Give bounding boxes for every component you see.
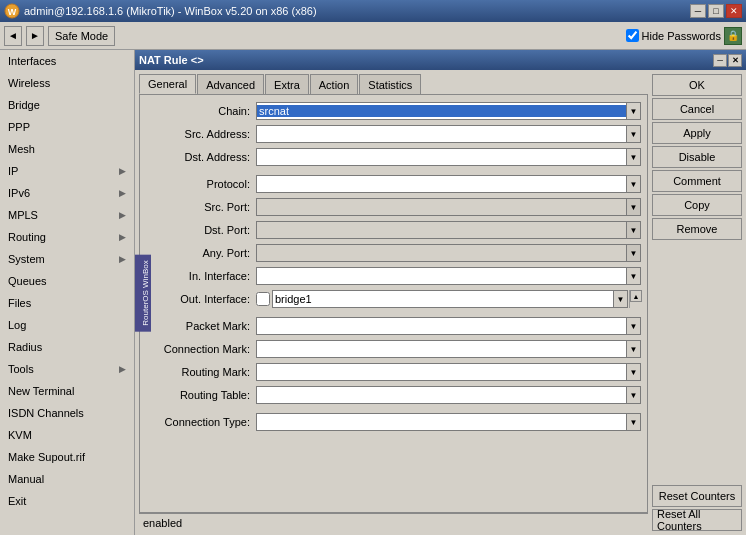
routing-table-select[interactable]: ▼ (256, 386, 641, 404)
out-interface-select[interactable]: bridge1 ▼ (272, 290, 628, 308)
src-address-select[interactable]: ▼ (256, 125, 641, 143)
sidebar-item-files[interactable]: Files (0, 292, 134, 314)
reset-all-counters-button[interactable]: Reset All Counters (652, 509, 742, 531)
sidebar-item-isdn-channels[interactable]: ISDN Channels (0, 402, 134, 424)
chain-value: srcnat (257, 105, 626, 117)
any-port-label: Any. Port: (146, 247, 256, 259)
sidebar-label-mesh: Mesh (8, 143, 35, 155)
in-interface-select[interactable]: ▼ (256, 267, 641, 285)
in-interface-arrow[interactable]: ▼ (626, 268, 640, 284)
tab-action[interactable]: Action (310, 74, 359, 94)
sidebar-item-mesh[interactable]: Mesh (0, 138, 134, 160)
sidebar-arrow-routing: ▶ (119, 232, 126, 242)
disable-button[interactable]: Disable (652, 146, 742, 168)
protocol-select[interactable]: ▼ (256, 175, 641, 193)
routing-mark-arrow[interactable]: ▼ (626, 364, 640, 380)
any-port-arrow[interactable]: ▼ (626, 245, 640, 261)
sidebar-label-system: System (8, 253, 45, 265)
connection-mark-row: Connection Mark: ▼ (146, 339, 641, 359)
src-address-label: Src. Address: (146, 128, 256, 140)
sidebar-item-exit[interactable]: Exit (0, 490, 134, 512)
sidebar-item-make-supout[interactable]: Make Supout.rif (0, 446, 134, 468)
toolbar: ◄ ► Safe Mode Hide Passwords 🔒 (0, 22, 746, 50)
sidebar-item-radius[interactable]: Radius (0, 336, 134, 358)
remove-button[interactable]: Remove (652, 218, 742, 240)
routing-table-arrow[interactable]: ▼ (626, 387, 640, 403)
sidebar-item-kvm[interactable]: KVM (0, 424, 134, 446)
packet-mark-arrow[interactable]: ▼ (626, 318, 640, 334)
sidebar-item-log[interactable]: Log (0, 314, 134, 336)
sidebar-item-routing[interactable]: Routing ▶ (0, 226, 134, 248)
out-interface-arrow[interactable]: ▼ (613, 291, 627, 307)
safe-mode-button[interactable]: Safe Mode (48, 26, 115, 46)
reset-counters-button[interactable]: Reset Counters (652, 485, 742, 507)
title-bar-left: W admin@192.168.1.6 (MikroTik) - WinBox … (4, 3, 317, 19)
back-button[interactable]: ◄ (4, 26, 22, 46)
copy-button[interactable]: Copy (652, 194, 742, 216)
sidebar-item-ppp[interactable]: PPP (0, 116, 134, 138)
tab-extra[interactable]: Extra (265, 74, 309, 94)
dialog-minimize-button[interactable]: ─ (713, 54, 727, 67)
sidebar-label-radius: Radius (8, 341, 42, 353)
dst-address-arrow[interactable]: ▼ (626, 149, 640, 165)
sidebar-item-new-terminal[interactable]: New Terminal (0, 380, 134, 402)
sidebar-item-mpls[interactable]: MPLS ▶ (0, 204, 134, 226)
tab-statistics[interactable]: Statistics (359, 74, 421, 94)
maximize-button[interactable]: □ (708, 4, 724, 18)
protocol-arrow[interactable]: ▼ (626, 176, 640, 192)
connection-type-select[interactable]: ▼ (256, 413, 641, 431)
sidebar-label-ppp: PPP (8, 121, 30, 133)
tab-general[interactable]: General (139, 74, 196, 94)
close-button[interactable]: ✕ (726, 4, 742, 18)
src-address-arrow[interactable]: ▼ (626, 126, 640, 142)
packet-mark-select[interactable]: ▼ (256, 317, 641, 335)
src-port-select[interactable]: ▼ (256, 198, 641, 216)
tab-advanced[interactable]: Advanced (197, 74, 264, 94)
forward-button[interactable]: ► (26, 26, 44, 46)
out-interface-scrollbar: ▲ (629, 290, 641, 308)
connection-mark-arrow[interactable]: ▼ (626, 341, 640, 357)
sidebar-item-ipv6[interactable]: IPv6 ▶ (0, 182, 134, 204)
title-bar-title: admin@192.168.1.6 (MikroTik) - WinBox v5… (24, 5, 317, 17)
dialog-close-button[interactable]: ✕ (728, 54, 742, 67)
src-port-arrow[interactable]: ▼ (626, 199, 640, 215)
sidebar-arrow-system: ▶ (119, 254, 126, 264)
hide-passwords-container: Hide Passwords 🔒 (626, 27, 742, 45)
sidebar-item-interfaces[interactable]: Interfaces (0, 50, 134, 72)
sidebar-item-system[interactable]: System ▶ (0, 248, 134, 270)
out-interface-row: Out. Interface: bridge1 ▼ ▲ (146, 289, 641, 309)
dialog-title: NAT Rule <> (139, 54, 204, 66)
sidebar-item-queues[interactable]: Queues (0, 270, 134, 292)
out-interface-label: Out. Interface: (146, 293, 256, 305)
dst-port-select[interactable]: ▼ (256, 221, 641, 239)
sidebar-item-ip[interactable]: IP ▶ (0, 160, 134, 182)
apply-button[interactable]: Apply (652, 122, 742, 144)
chain-dropdown-arrow[interactable]: ▼ (626, 103, 640, 119)
ok-button[interactable]: OK (652, 74, 742, 96)
minimize-button[interactable]: ─ (690, 4, 706, 18)
cancel-button[interactable]: Cancel (652, 98, 742, 120)
routing-mark-select[interactable]: ▼ (256, 363, 641, 381)
sidebar-item-tools[interactable]: Tools ▶ (0, 358, 134, 380)
src-address-row: Src. Address: ▼ (146, 124, 641, 144)
connection-type-arrow[interactable]: ▼ (626, 414, 640, 430)
sidebar-item-wireless[interactable]: Wireless (0, 72, 134, 94)
tabs-container: General Advanced Extra Action Statistics (139, 74, 648, 94)
scrollbar-up-arrow[interactable]: ▲ (630, 290, 642, 302)
connection-mark-select[interactable]: ▼ (256, 340, 641, 358)
sidebar-item-manual[interactable]: Manual (0, 468, 134, 490)
sidebar-arrow-tools: ▶ (119, 364, 126, 374)
chain-select[interactable]: srcnat ▼ (256, 102, 641, 120)
sidebar-label-mpls: MPLS (8, 209, 38, 221)
out-interface-checkbox[interactable] (256, 292, 270, 306)
svg-text:W: W (8, 7, 17, 17)
dst-port-arrow[interactable]: ▼ (626, 222, 640, 238)
dst-address-select[interactable]: ▼ (256, 148, 641, 166)
routing-mark-row: Routing Mark: ▼ (146, 362, 641, 382)
dst-address-label: Dst. Address: (146, 151, 256, 163)
any-port-select[interactable]: ▼ (256, 244, 641, 262)
hide-passwords-checkbox[interactable] (626, 29, 639, 42)
sidebar-item-bridge[interactable]: Bridge (0, 94, 134, 116)
sidebar-label-wireless: Wireless (8, 77, 50, 89)
comment-button[interactable]: Comment (652, 170, 742, 192)
